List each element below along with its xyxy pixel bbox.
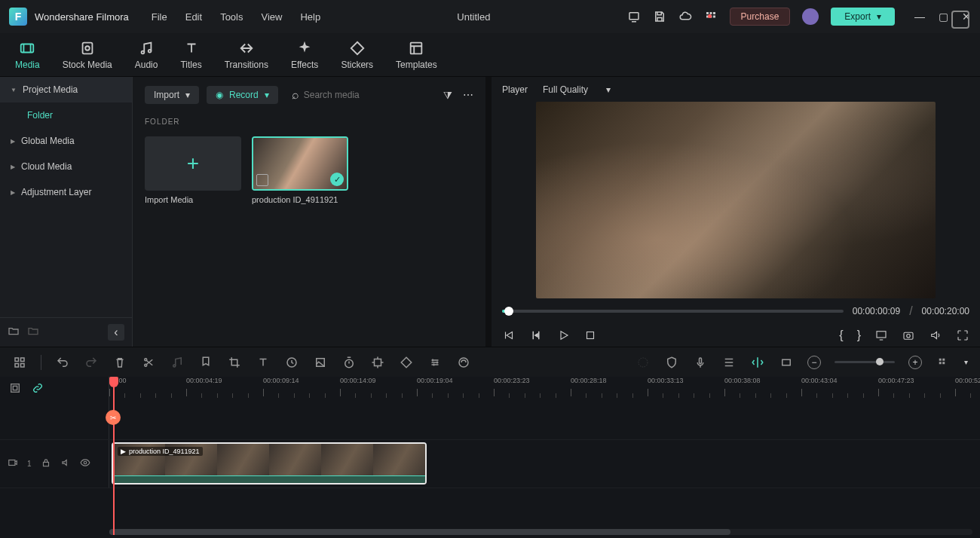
- mark-out-button[interactable]: }: [857, 329, 861, 342]
- cut-marker-icon[interactable]: ✂: [106, 410, 121, 425]
- play-pause-button[interactable]: [529, 329, 543, 342]
- svg-point-29: [639, 358, 648, 367]
- more-icon[interactable]: ⋯: [463, 89, 473, 101]
- tab-stickers[interactable]: Stickers: [341, 40, 373, 70]
- player-tab[interactable]: Player: [502, 84, 528, 95]
- audio-icon: [138, 40, 155, 57]
- scrub-head[interactable]: [504, 307, 513, 316]
- audio-detach-button[interactable]: [170, 355, 185, 370]
- preview-viewport[interactable]: [536, 102, 936, 298]
- color-button[interactable]: [313, 355, 328, 370]
- save-icon[interactable]: [653, 10, 666, 23]
- menu-tools[interactable]: Tools: [220, 11, 243, 23]
- settings-button[interactable]: [427, 355, 443, 370]
- sidebar-adjustment-layer[interactable]: ▶Adjustment Layer: [0, 179, 132, 205]
- maximize-button[interactable]: ▢: [939, 11, 948, 23]
- timeline-clip[interactable]: ▶production ID_4911921: [112, 442, 427, 485]
- zoom-slider-head[interactable]: [876, 358, 884, 365]
- import-media-card[interactable]: + Import Media: [145, 136, 241, 204]
- filter-icon[interactable]: ⧩: [443, 89, 452, 102]
- tab-media[interactable]: Media: [15, 40, 40, 70]
- svg-rect-36: [11, 384, 20, 393]
- render-button[interactable]: [456, 355, 471, 370]
- text-button[interactable]: [256, 355, 271, 370]
- track-view-button[interactable]: [936, 355, 951, 370]
- crop-button[interactable]: [227, 355, 242, 370]
- device-icon[interactable]: [627, 10, 641, 23]
- auto-ripple-button[interactable]: [750, 355, 765, 370]
- mark-in-button[interactable]: {: [839, 329, 843, 342]
- fullscreen-icon[interactable]: [956, 329, 969, 342]
- menu-view[interactable]: View: [261, 11, 282, 23]
- menu-edit[interactable]: Edit: [185, 11, 202, 23]
- quality-dropdown[interactable]: Full Quality▾: [543, 84, 611, 95]
- keyframe-button[interactable]: [370, 355, 385, 370]
- sidebar-global-media[interactable]: ▶Global Media: [0, 128, 132, 154]
- sidebar-cloud-media[interactable]: ▶Cloud Media: [0, 154, 132, 179]
- record-dropdown[interactable]: ◉Record▾: [207, 86, 278, 104]
- triangle-right-icon: ▶: [11, 138, 15, 145]
- shield-icon[interactable]: [664, 355, 679, 370]
- link-icon[interactable]: [32, 382, 44, 397]
- undo-button[interactable]: [55, 355, 70, 370]
- quality-label: Full Quality: [543, 84, 588, 95]
- tab-templates[interactable]: Templates: [396, 40, 437, 70]
- redo-button[interactable]: [84, 355, 99, 370]
- left-sidebar: ▼Project Media Folder ▶Global Media ▶Clo…: [0, 77, 133, 347]
- snap-button[interactable]: [779, 355, 794, 370]
- tag-button[interactable]: [399, 355, 414, 370]
- voiceover-button[interactable]: [693, 355, 708, 370]
- zoom-out-button[interactable]: −: [807, 356, 821, 369]
- layout-icon[interactable]: [12, 355, 27, 370]
- scrub-track[interactable]: [502, 310, 844, 313]
- sidebar-project-media[interactable]: ▼Project Media: [0, 77, 132, 102]
- audio-mixer-button[interactable]: [721, 355, 737, 370]
- svg-rect-34: [939, 362, 942, 364]
- marker-add-button[interactable]: [635, 355, 651, 370]
- delete-button[interactable]: [112, 355, 127, 370]
- apps-icon[interactable]: [704, 10, 718, 23]
- track-manager-icon[interactable]: [9, 382, 21, 397]
- lock-icon[interactable]: [41, 457, 51, 471]
- tab-effects[interactable]: Effects: [291, 40, 318, 70]
- tab-audio[interactable]: Audio: [135, 40, 158, 70]
- tab-transitions[interactable]: Transitions: [225, 40, 268, 70]
- prev-frame-button[interactable]: [502, 329, 516, 342]
- user-avatar[interactable]: [802, 8, 819, 25]
- folder-icon[interactable]: [27, 325, 39, 340]
- display-button[interactable]: [874, 329, 888, 342]
- purchase-button[interactable]: Purchase: [730, 8, 791, 26]
- timeline-scrollbar[interactable]: [109, 529, 972, 535]
- import-dropdown[interactable]: Import▾: [145, 86, 199, 104]
- stop-button[interactable]: [583, 329, 597, 342]
- collapse-sidebar-button[interactable]: ‹: [108, 324, 124, 341]
- search-input[interactable]: [304, 90, 430, 100]
- playhead[interactable]: [113, 377, 115, 535]
- mute-icon[interactable]: [60, 457, 71, 471]
- split-button[interactable]: [141, 355, 156, 370]
- search-icon: ⌕: [292, 88, 299, 102]
- minimize-button[interactable]: —: [914, 11, 925, 23]
- volume-icon[interactable]: [929, 329, 942, 342]
- play-button[interactable]: [556, 329, 570, 342]
- speed-button[interactable]: [284, 355, 299, 370]
- new-folder-icon[interactable]: [8, 325, 20, 340]
- tab-titles[interactable]: Titles: [180, 40, 201, 70]
- track-view-dropdown[interactable]: ▾: [964, 358, 968, 366]
- tab-stock-media[interactable]: Stock Media: [63, 40, 112, 70]
- zoom-in-button[interactable]: +: [908, 356, 922, 369]
- sidebar-folder[interactable]: Folder: [0, 102, 132, 128]
- cloud-icon[interactable]: [678, 10, 692, 23]
- camera-icon[interactable]: [902, 329, 915, 342]
- export-button[interactable]: Export▾: [831, 8, 895, 26]
- visibility-icon[interactable]: [80, 457, 90, 471]
- svg-point-10: [142, 50, 145, 53]
- snapshot-button[interactable]: [951, 11, 969, 29]
- time-ruler[interactable]: 00:0000:00:04:1900:00:09:1400:00:14:0900…: [109, 377, 980, 402]
- marker-button[interactable]: [198, 355, 213, 370]
- zoom-slider[interactable]: [835, 361, 895, 363]
- menu-file[interactable]: File: [152, 11, 167, 23]
- duration-button[interactable]: [341, 355, 357, 370]
- media-clip-card[interactable]: ✓ production ID_4911921: [252, 136, 348, 204]
- menu-help[interactable]: Help: [300, 11, 320, 23]
